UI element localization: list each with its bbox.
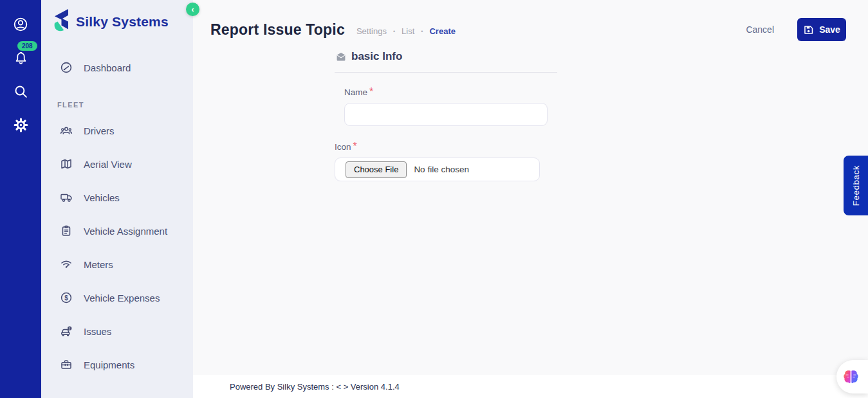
brain-icon: [842, 369, 860, 384]
settings-gear-icon[interactable]: [12, 116, 30, 134]
sidebar-item-equipments[interactable]: Equipments: [41, 348, 193, 381]
feedback-tab-label: Feedback: [851, 165, 861, 206]
sidebar-item-vehicle-expenses[interactable]: $ Vehicle Expenses: [41, 281, 193, 314]
file-status-text: No file chosen: [414, 165, 469, 174]
basic-info-form: basic Info Name* Icon* Choose File No fi…: [335, 50, 557, 181]
breadcrumb-settings[interactable]: Settings: [356, 26, 387, 36]
sidebar-section-fleet: FLEET: [57, 96, 193, 114]
icon-field-group: Icon* Choose File No file chosen: [335, 141, 540, 181]
sidebar-item-vehicle-assignment[interactable]: Vehicle Assignment: [41, 214, 193, 248]
car-alert-icon: !: [60, 325, 73, 338]
search-icon[interactable]: [12, 82, 30, 100]
section-title: basic Info: [351, 50, 402, 63]
required-marker: *: [369, 86, 373, 97]
icon-file-input[interactable]: Choose File No file chosen: [335, 158, 540, 181]
name-label-row: Name*: [344, 86, 548, 98]
clipboard-icon: [60, 224, 73, 237]
sidebar-item-label: Aerial View: [84, 159, 132, 170]
sidebar-item-drivers[interactable]: Drivers: [41, 114, 193, 147]
breadcrumb: Settings • List • Create: [356, 23, 456, 36]
sidebar-item-label: Vehicle Expenses: [84, 293, 160, 303]
sidebar-item-label: Dashboard: [84, 62, 131, 73]
name-input[interactable]: [344, 103, 548, 126]
mail-icon: [336, 52, 346, 62]
icon-label: Icon: [335, 142, 351, 152]
sidebar-item-aerial-view[interactable]: Aerial View: [41, 147, 193, 181]
feedback-tab[interactable]: Feedback: [844, 156, 868, 215]
header-actions: Cancel Save: [746, 18, 846, 41]
breadcrumb-list[interactable]: List: [402, 26, 414, 36]
map-icon: [60, 158, 73, 170]
truck-icon: [60, 191, 73, 204]
footer-text: Powered By Silky Systems : < > Version 4…: [230, 382, 400, 392]
name-label: Name: [344, 87, 367, 97]
drivers-group-icon: [60, 124, 73, 137]
footer-bar: Powered By Silky Systems : < > Version 4…: [193, 375, 868, 398]
sidebar-item-meters[interactable]: Meters: [41, 248, 193, 281]
page-title: Report Issue Topic: [210, 21, 345, 39]
toolbox-icon: [60, 358, 73, 371]
section-header: basic Info: [335, 50, 557, 73]
icon-rail: 208: [0, 0, 41, 398]
app-window: 208 Silky System: [0, 0, 868, 398]
account-icon[interactable]: [12, 15, 30, 33]
sidebar-item-dashboard[interactable]: Dashboard: [41, 51, 193, 84]
sidebar-item-label: Vehicle Assignment: [84, 226, 167, 237]
icon-label-row: Icon*: [335, 141, 540, 152]
cancel-button[interactable]: Cancel: [746, 24, 774, 35]
required-marker: *: [353, 141, 357, 152]
breadcrumb-separator: •: [421, 28, 423, 35]
name-field-group: Name*: [344, 86, 548, 126]
sidebar-item-label: Drivers: [84, 125, 115, 136]
svg-text:$: $: [64, 294, 68, 302]
sidebar-item-vehicles[interactable]: Vehicles: [41, 181, 193, 214]
sidebar-item-label: Issues: [84, 326, 111, 337]
sidebar-item-label: Vehicles: [84, 192, 120, 203]
main-area: Report Issue Topic Settings • List • Cre…: [193, 0, 868, 398]
sidebar-item-label: Meters: [84, 259, 113, 270]
dashboard-icon: [60, 61, 73, 74]
brand[interactable]: Silky Systems: [41, 0, 193, 37]
svg-text:!: !: [69, 327, 70, 330]
save-button-label: Save: [819, 24, 840, 35]
sidebar-item-issues[interactable]: ! Issues: [41, 314, 193, 348]
choose-file-button[interactable]: Choose File: [346, 161, 407, 178]
dollar-circle-icon: $: [60, 291, 73, 304]
sidebar-item-label: Equipments: [84, 359, 134, 370]
save-floppy-icon: [803, 24, 814, 35]
breadcrumb-separator: •: [393, 28, 395, 35]
brand-name: Silky Systems: [76, 14, 169, 30]
notifications-icon[interactable]: 208: [12, 49, 30, 67]
sidebar: Silky Systems Dashboard FLEET D: [41, 0, 193, 398]
save-button[interactable]: Save: [797, 18, 846, 41]
brand-logo-icon: [51, 7, 70, 37]
breadcrumb-create: Create: [429, 26, 455, 36]
sidebar-collapse-button[interactable]: ‹: [186, 3, 199, 16]
assistant-button[interactable]: [836, 360, 868, 393]
chevron-left-icon: ‹: [192, 5, 194, 14]
page-header: Report Issue Topic Settings • List • Cre…: [193, 15, 868, 44]
meter-signal-icon: [60, 258, 73, 271]
notification-count-badge: 208: [17, 41, 37, 51]
